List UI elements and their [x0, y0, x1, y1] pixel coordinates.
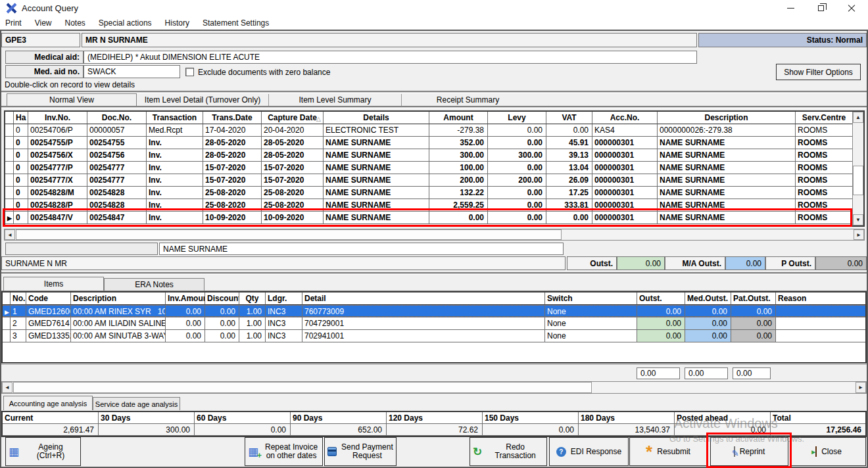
menu-history[interactable]: History	[165, 18, 189, 28]
resubmit-button[interactable]: * Resubmit	[629, 437, 707, 466]
item-row[interactable]: 1 GMED12600 00:00 AM RINEX SYR 100 ML 0.…	[3, 305, 865, 317]
tab-accounting-age-analysis[interactable]: Accounting age analysis	[3, 396, 93, 410]
col-transaction[interactable]: Transaction	[147, 112, 203, 124]
item-row[interactable]: 2 GMED7614 00:00 AM ILIADIN SALINE ADULT…	[3, 317, 865, 330]
cell-serv-centre: ROOMS	[796, 199, 852, 212]
status-badge: Status: Normal	[698, 33, 867, 47]
col-switch[interactable]: Switch	[545, 292, 637, 305]
transaction-row[interactable]: 0 00254777/P 00254777 Inv. 15-07-2020 15…	[5, 162, 852, 174]
col-amount[interactable]: Amount	[429, 112, 488, 124]
exclude-zero-balance-checkbox[interactable]	[185, 68, 194, 76]
col-levy[interactable]: Levy	[488, 112, 546, 124]
transaction-row[interactable]: 0 00254828/P 00254828 Inv. 25-08-2020 25…	[5, 199, 852, 212]
ageing-button[interactable]: ▦ Ageing (Ctrl+R)	[5, 437, 81, 466]
close-window-button[interactable]	[836, 0, 866, 16]
close-button[interactable]: ► Close	[791, 437, 866, 466]
patient-name-field[interactable]: MR N SURNAME	[82, 33, 697, 47]
send-payment-request-button[interactable]: Send Payment Request	[324, 437, 397, 466]
transaction-row[interactable]: 0 00254756/X 00254756 Inv. 28-05-2020 28…	[5, 149, 852, 162]
col-inv-no[interactable]: Inv.No.	[28, 112, 87, 124]
transactions-horizontal-scrollbar[interactable]: ◄ ►	[4, 229, 865, 241]
scroll-right-icon[interactable]: ►	[856, 382, 866, 393]
cell-levy: 0.00	[488, 162, 546, 174]
cell-vat: 26.09	[546, 174, 592, 187]
col-reason[interactable]: Reason	[776, 292, 865, 305]
cell-amount: 352.00	[429, 137, 488, 149]
horizontal-scroll-thumb[interactable]	[16, 229, 562, 240]
menu-special-actions[interactable]: Special actions	[99, 18, 152, 28]
col-description[interactable]: Description	[658, 112, 796, 124]
col-acc-no[interactable]: Acc.No.	[592, 112, 658, 124]
reprint-button[interactable]: ✎ Reprint	[710, 437, 788, 466]
col-outst[interactable]: Outst.	[637, 292, 685, 305]
row-selector-cell	[3, 306, 11, 317]
menu-print[interactable]: Print	[5, 18, 22, 28]
cell-description: NAME SURNAME	[658, 174, 796, 187]
scroll-down-icon[interactable]: ▼	[853, 214, 863, 225]
col-doc-no[interactable]: Doc.No.	[87, 112, 147, 124]
col-detail[interactable]: Detail	[302, 292, 545, 305]
med-aid-no-field[interactable]: SWACK	[84, 65, 180, 78]
item-row[interactable]: 3 GMED13352 00:00 AM SINUTAB 3-WAY TAB 0…	[3, 330, 865, 342]
tab-item-level-summary[interactable]: Item Level Summary	[269, 94, 402, 106]
col-pat-outst[interactable]: Pat.Outst.	[731, 292, 776, 305]
scroll-up-icon[interactable]: ▲	[853, 112, 863, 123]
redo-transaction-button[interactable]: ↻ Redo Transaction	[470, 437, 547, 466]
minimize-button[interactable]	[775, 0, 806, 16]
col-discount[interactable]: Discount	[205, 292, 239, 305]
transaction-row[interactable]: 0 00254755/P 00254755 Inv. 28-05-2020 28…	[5, 137, 852, 149]
col-ha[interactable]: Ha	[14, 112, 28, 124]
vertical-scroll-thumb[interactable]	[853, 166, 863, 195]
redo-arrow-icon: ↻	[473, 445, 482, 459]
repeat-invoice-button[interactable]: ▦+ Repeat Invoice on other dates	[245, 437, 323, 466]
restore-button[interactable]	[806, 0, 836, 16]
cell-transaction: Inv.	[147, 174, 203, 187]
cell-inv-no: 00254706/P	[28, 124, 87, 137]
scroll-right-icon[interactable]: ►	[854, 229, 864, 240]
detail-name-field[interactable]: NAME SURNAME	[159, 243, 564, 255]
tab-normal-view[interactable]: Normal View	[7, 93, 137, 106]
tab-era-notes[interactable]: ERA Notes	[104, 278, 205, 291]
col-med-outst[interactable]: Med.Outst.	[685, 292, 731, 305]
cell-capture-date: 25-08-2020	[262, 187, 324, 199]
col-code[interactable]: Code	[26, 292, 71, 305]
horizontal-scroll-thumb[interactable]	[13, 382, 592, 393]
tab-items[interactable]: Items	[3, 277, 104, 291]
account-holder-field[interactable]: SURNAME N MR	[1, 256, 566, 270]
detail-name-label-box	[5, 243, 158, 255]
col-no[interactable]: No.	[11, 292, 26, 305]
menu-view[interactable]: View	[35, 18, 52, 28]
transaction-row[interactable]: 0 00254706/P 00000057 Med.Rcpt 17-04-202…	[5, 124, 852, 137]
cell-details: NAME SURNAME	[324, 149, 429, 162]
transaction-row[interactable]: 0 00254777/X 00254777 Inv. 15-07-2020 15…	[5, 174, 852, 187]
col-serv-centre[interactable]: Serv.Centre	[796, 112, 852, 124]
edi-response-button[interactable]: ? EDI Response	[549, 437, 629, 466]
medical-aid-field[interactable]: (MEDIHELP) * Akuut DIMENSION ELITE ACUTE	[84, 51, 697, 64]
tab-service-date-age-analysis[interactable]: Service date age analysis	[93, 397, 180, 410]
col-capture-date[interactable]: Capture Date△	[262, 112, 324, 124]
tab-item-level-detail[interactable]: Item Level Detail (Turnover Only)	[137, 94, 269, 106]
col-ldgr[interactable]: Ldgr.	[266, 292, 302, 305]
account-query-window: Account Query Print View Notes Special a…	[0, 0, 868, 468]
scroll-left-icon[interactable]: ◄	[2, 382, 12, 393]
account-code-field[interactable]: GPE3	[1, 33, 80, 47]
col-vat[interactable]: VAT	[546, 112, 592, 124]
col-inv-amount[interactable]: Inv.Amount	[166, 292, 205, 305]
cell-acc-no: 000000301	[592, 212, 658, 224]
transactions-vertical-scrollbar[interactable]: ▲ ▼	[852, 112, 863, 225]
cell-doc-no: 00254777	[87, 162, 147, 174]
col-details[interactable]: Details	[324, 112, 429, 124]
menu-statement-settings[interactable]: Statement Settings	[203, 18, 269, 28]
cell-med-outst: 0.00	[685, 330, 731, 342]
items-horizontal-scrollbar[interactable]: ◄ ►	[1, 381, 867, 394]
col-qty[interactable]: Qty	[239, 292, 266, 305]
scroll-left-icon[interactable]: ◄	[5, 229, 15, 240]
show-filter-options-button[interactable]: Show Filter Options	[776, 64, 861, 80]
col-trans-date[interactable]: Trans.Date	[203, 112, 262, 124]
menu-notes[interactable]: Notes	[64, 18, 85, 28]
transaction-row[interactable]: 0 00254847/V 00254847 Inv. 10-09-2020 10…	[5, 212, 852, 224]
val-150-days: 0.00	[483, 424, 579, 436]
transaction-row[interactable]: 0 00254828/M 00254828 Inv. 25-08-2020 25…	[5, 187, 852, 199]
tab-receipt-summary[interactable]: Receipt Summary	[402, 94, 534, 106]
col-item-description[interactable]: Description	[71, 292, 166, 305]
